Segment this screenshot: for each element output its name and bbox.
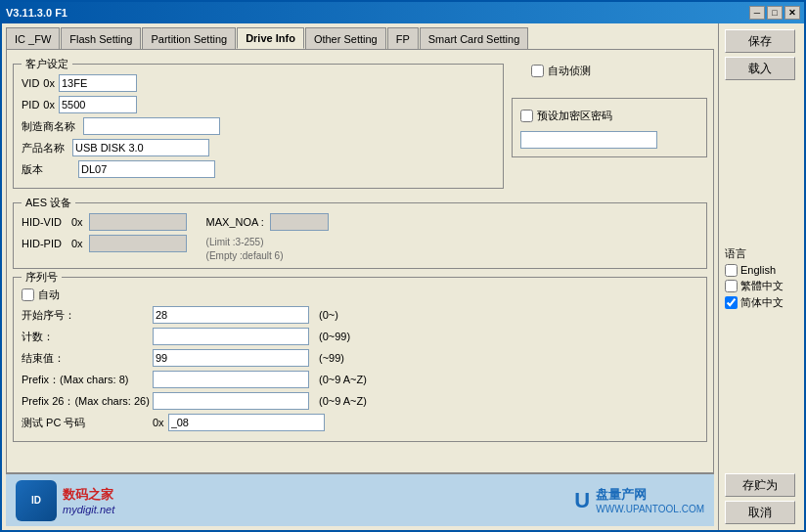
logo-text: ID [31, 495, 41, 506]
manufacturer-input[interactable] [83, 117, 220, 135]
hid-vid-row: HID-VID 0x [22, 213, 187, 231]
empty-hint-row: (Empty :default 6) [206, 248, 329, 262]
lang-trad-row: 繁體中文 [725, 279, 798, 293]
auto-serial-checkbox[interactable] [22, 288, 34, 301]
encrypt-col: 自动侦测 预设加密区密码 [512, 64, 707, 195]
vid-row: VID 0x [22, 74, 495, 92]
max-noa-hint: (Limit :3-255) [206, 237, 264, 247]
tab-content-drive-info: 客户设定 VID 0x PID 0x [6, 49, 714, 473]
start-input[interactable] [153, 306, 309, 324]
minimize-button[interactable]: ─ [749, 6, 765, 20]
hid-pid-row: HID-PID 0x [22, 235, 187, 252]
close-button[interactable]: ✕ [784, 6, 800, 20]
watermark-text: 数码之家 mydigit.net [63, 486, 114, 515]
language-group: 语言 English 繁體中文 简体中文 [725, 246, 798, 312]
side-panel: 保存 载入 语言 English 繁體中文 简体中文 存贮为 [718, 23, 804, 530]
tab-other-setting[interactable]: Other Setting [305, 27, 386, 49]
auto-detect-label: 自动侦测 [548, 64, 591, 78]
cancel-button[interactable]: 取消 [725, 501, 795, 524]
sub-text: mydigit.net [63, 504, 114, 515]
watermark-right: U 盘量产网 WWW.UPANTOOL.COM [574, 486, 704, 514]
version-row: 版本 [22, 160, 495, 178]
max-noa-hint-row: (Limit :3-255) [206, 235, 329, 248]
tab-fp[interactable]: FP [387, 27, 419, 49]
prefix26-input[interactable] [153, 392, 309, 410]
count-hint: (0~99) [319, 331, 350, 342]
product-input[interactable] [72, 139, 209, 156]
aes-group: AES 设备 HID-VID 0x HID-PID [13, 202, 707, 269]
watermark-logo: ID [16, 480, 57, 521]
encrypt-checkbox[interactable] [520, 110, 533, 122]
lang-trad-checkbox[interactable] [725, 280, 738, 292]
test-pc-input[interactable] [168, 414, 325, 431]
count-input[interactable] [153, 328, 309, 345]
upan-text: 盘量产网 [596, 486, 704, 504]
lang-english-checkbox[interactable] [725, 264, 738, 277]
prefix26-row: Prefix 26：(Max chars: 26) (0~9 A~Z) [22, 392, 698, 410]
tab-flash-setting[interactable]: Flash Setting [61, 27, 141, 49]
lang-title: 语言 [725, 246, 798, 261]
prefix26-label: Prefix 26：(Max chars: 26) [22, 394, 149, 409]
test-pc-prefix: 0x [153, 417, 164, 428]
hid-vid-label: HID-VID [22, 216, 62, 228]
empty-hint: (Empty :default 6) [206, 250, 284, 261]
version-input[interactable] [78, 160, 215, 178]
tab-partition-setting[interactable]: Partition Setting [142, 27, 236, 49]
vid-label: VID [22, 77, 39, 89]
prefix-input[interactable] [153, 371, 309, 388]
hid-pid-input[interactable] [89, 235, 187, 252]
end-row: 结束值： (~99) [22, 349, 698, 367]
tab-smart-card[interactable]: Smart Card Setting [420, 27, 529, 49]
hid-pid-label: HID-PID [22, 238, 62, 249]
start-label: 开始序号： [22, 308, 149, 323]
save-as-button[interactable]: 存贮为 [725, 473, 795, 497]
aes-left: HID-VID 0x HID-PID 0x [22, 213, 187, 262]
u-logo: U [574, 488, 590, 513]
test-pc-label: 测试 PC 号码 [22, 416, 149, 430]
customer-group-inner: VID 0x PID 0x 制造商名称 [22, 74, 495, 178]
watermark-left: ID 数码之家 mydigit.net [16, 480, 114, 521]
serial-group: 序列号 自动 开始序号： (0~) 计数： [13, 277, 707, 442]
brand-text: 数码之家 [63, 486, 114, 504]
auto-detect-checkbox[interactable] [531, 65, 544, 77]
tab-ic-fw[interactable]: IC _FW [6, 27, 60, 49]
save-button[interactable]: 保存 [725, 29, 795, 53]
count-label: 计数： [22, 330, 149, 344]
main-panel: IC _FW Flash Setting Partition Setting D… [2, 23, 718, 530]
aes-row: HID-VID 0x HID-PID 0x [22, 213, 698, 262]
lang-trad-label: 繁體中文 [740, 279, 784, 293]
top-section: 客户设定 VID 0x PID 0x [13, 56, 707, 195]
lang-simp-checkbox[interactable] [725, 296, 738, 309]
encrypt-label: 预设加密区密码 [537, 109, 612, 123]
pid-input[interactable] [59, 96, 137, 113]
maximize-button[interactable]: □ [767, 6, 783, 20]
pid-prefix: 0x [43, 99, 55, 111]
lang-english-label: English [740, 264, 776, 276]
lang-simp-label: 简体中文 [740, 295, 784, 310]
end-label: 结束值： [22, 351, 149, 366]
vid-input[interactable] [59, 74, 137, 92]
hid-vid-input[interactable] [89, 213, 187, 231]
main-window: V3.11.3.0 F1 ─ □ ✕ IC _FW Flash Setting … [0, 0, 806, 532]
product-label: 产品名称 [22, 141, 65, 155]
manufacturer-row: 制造商名称 [22, 117, 495, 135]
aes-right: MAX_NOA : (Limit :3-255) (Empty :default… [206, 213, 329, 262]
prefix26-hint: (0~9 A~Z) [319, 395, 367, 407]
tab-drive-info[interactable]: Drive Info [237, 27, 304, 49]
encrypt-input[interactable] [520, 131, 657, 149]
product-row: 产品名称 [22, 139, 495, 156]
customer-col: 客户设定 VID 0x PID 0x [13, 56, 504, 195]
start-hint: (0~) [319, 309, 338, 321]
start-row: 开始序号： (0~) [22, 306, 698, 324]
end-hint: (~99) [319, 352, 344, 364]
auto-serial-row: 自动 [22, 288, 698, 302]
end-input[interactable] [153, 349, 309, 367]
max-noa-input[interactable] [270, 213, 329, 231]
watermark-area: ID 数码之家 mydigit.net U 盘量产网 WWW.UPANTOOL.… [6, 473, 714, 526]
customer-group: 客户设定 VID 0x PID 0x [13, 64, 504, 189]
aes-group-title: AES 设备 [22, 196, 75, 210]
test-pc-row: 测试 PC 号码 0x [22, 414, 698, 431]
count-row: 计数： (0~99) [22, 328, 698, 345]
window-controls: ─ □ ✕ [749, 6, 800, 20]
load-button[interactable]: 载入 [725, 57, 795, 80]
